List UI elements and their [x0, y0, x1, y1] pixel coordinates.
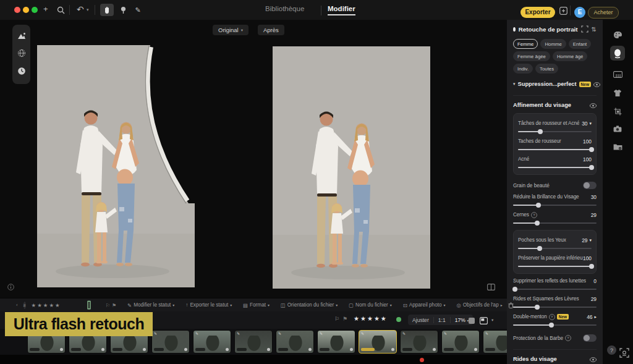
chip-indiv[interactable]: Indiv.	[513, 64, 533, 74]
menu-modifier-statut[interactable]: ✎Modifier le statut▾	[127, 302, 174, 308]
flag-filter-icons[interactable]: ⚐ ⚑	[106, 302, 117, 308]
slider-thumb[interactable]	[549, 323, 554, 328]
minimize-window-button[interactable]	[23, 7, 29, 13]
filmstrip-thumb[interactable]: ✎	[276, 330, 314, 353]
slider-acne[interactable]: Acné 100	[518, 156, 592, 170]
add-icon[interactable]: +	[43, 4, 48, 14]
visibility-eye-icon[interactable]	[590, 353, 597, 364]
search-icon[interactable]	[57, 6, 65, 17]
filmstrip-thumb[interactable]: ✎	[400, 330, 438, 353]
slider-taches-rousseur-acne[interactable]: Tâches de rousseur et Acné 30▾	[518, 120, 592, 134]
menu-objectifs[interactable]: ◎Objectifs de l'ap▸	[457, 302, 503, 308]
filmstrip-thumb[interactable]: ✎	[359, 330, 397, 353]
protection-barbe-switch[interactable]	[583, 334, 597, 342]
slider-track[interactable]	[518, 129, 592, 134]
slider-preserver-paupiere[interactable]: Préserver la paupière inférieure 100	[518, 255, 592, 269]
slider-track[interactable]	[513, 323, 597, 328]
filmstrip-thumb[interactable]: ✎	[317, 330, 355, 353]
tool-section-title[interactable]: Suppression...perfect	[518, 81, 577, 87]
slider-thumb[interactable]	[536, 203, 541, 208]
slider-track[interactable]	[513, 305, 597, 310]
retouch-tool-button[interactable]	[116, 4, 130, 16]
filmstrip-thumb[interactable]: ✎	[151, 330, 190, 353]
help-button[interactable]: ?	[607, 345, 616, 355]
slider-thumb[interactable]	[512, 287, 517, 292]
close-window-button[interactable]	[14, 7, 20, 13]
visibility-eye-icon[interactable]	[590, 99, 597, 111]
folder-settings-icon[interactable]	[610, 139, 625, 154]
chip-homme-age[interactable]: Homme âgé	[553, 51, 587, 61]
flag-outline-icon[interactable]: ⚐	[106, 302, 110, 308]
original-dropdown[interactable]: Original ▾	[213, 25, 249, 35]
menu-appareil-photo[interactable]: ⊡Appareil photo▾	[403, 302, 446, 308]
flag-filled-icon[interactable]: ⚑	[112, 302, 116, 308]
photo-star-rating[interactable]: ★★★★★	[354, 315, 388, 322]
info-icon[interactable]	[7, 282, 14, 293]
presets-keys-icon[interactable]	[610, 67, 625, 82]
slider-taches-rousseur[interactable]: Taches de rousseur 100	[518, 138, 592, 152]
undo-icon[interactable]: ↶	[77, 4, 84, 14]
slider-track[interactable]	[513, 287, 597, 292]
tab-bibliotheque[interactable]: Bibliothèque	[265, 5, 304, 12]
flag-outline-icon[interactable]: ⚐	[334, 316, 339, 322]
filmstrip-thumb[interactable]: ✎	[441, 330, 480, 353]
slider-thumb[interactable]	[589, 147, 594, 152]
menu-orientation-fichier[interactable]: ◫Orientation du fichier▾	[281, 302, 338, 308]
slider-track[interactable]	[518, 147, 592, 152]
filmstrip-thumb[interactable]: ✎	[483, 330, 507, 353]
slider-track[interactable]	[513, 221, 597, 226]
undo-menu-caret[interactable]: ▾	[87, 7, 89, 12]
flag-filled-icon[interactable]: ⚑	[342, 316, 347, 322]
star-rating-filter[interactable]: ★★★★★	[32, 302, 61, 308]
ratio-button[interactable]: 1:1	[434, 317, 451, 323]
slider-reduire-brillance[interactable]: Réduire la Brillance du Visage 30	[513, 193, 597, 208]
zoom-window-button[interactable]	[32, 7, 38, 13]
menu-format[interactable]: ▤Format▾	[243, 302, 270, 308]
side-panel-icon[interactable]	[559, 6, 567, 17]
chip-femme-agee[interactable]: Femme âgée	[513, 51, 550, 61]
face-detect-icon[interactable]	[581, 24, 588, 35]
palette-icon[interactable]	[610, 27, 625, 42]
slider-cernes[interactable]: Cernes ? 29	[513, 211, 597, 226]
expand-caret-icon[interactable]: ▾	[589, 238, 592, 243]
rating-filter-icon[interactable]: ≥	[23, 302, 26, 309]
slider-rides-squames-levres[interactable]: Rides et Squames des Lèvres 29	[513, 295, 597, 310]
crop-tool-icon[interactable]	[610, 104, 625, 119]
tab-modifier[interactable]: Modifier	[328, 5, 355, 15]
expand-caret-icon[interactable]: ▾	[589, 121, 592, 126]
slider-thumb[interactable]	[535, 221, 540, 226]
adjustments-icon[interactable]	[17, 31, 26, 42]
collapse-caret-icon[interactable]: ▾	[513, 82, 516, 87]
after-button[interactable]: Après	[258, 25, 284, 35]
photo-after[interactable]	[269, 45, 427, 287]
buy-button[interactable]: Acheter	[588, 7, 619, 19]
slider-track[interactable]	[518, 246, 592, 251]
split-view-icon[interactable]	[487, 282, 495, 293]
chip-femme[interactable]: Femme	[513, 39, 538, 49]
sync-arrows-icon[interactable]: ⇅	[592, 26, 597, 33]
grain-de-beaute-switch[interactable]	[583, 182, 597, 189]
view-caret-icon[interactable]: ▾	[491, 318, 493, 323]
chip-enfant[interactable]: Enfant	[569, 39, 592, 49]
slider-track[interactable]	[518, 264, 592, 269]
menu-exporter-statut[interactable]: ↑Exporter le statut▾	[185, 302, 232, 308]
fit-button[interactable]: Ajuster	[408, 317, 434, 323]
history-clock-icon[interactable]	[17, 67, 26, 78]
slider-thumb[interactable]	[589, 264, 594, 269]
chip-toutes[interactable]: Toutes	[535, 64, 558, 74]
filmstrip-thumb[interactable]: ✎	[193, 330, 231, 353]
single-view-icon[interactable]	[468, 316, 475, 327]
slider-reflets-lunettes[interactable]: Supprimer les reflets des lunettes 0	[513, 277, 597, 292]
expand-caret-icon[interactable]: ▸	[594, 315, 597, 320]
slider-poches-sous-les-yeux[interactable]: Poches sous les Yeux 29▾	[518, 237, 592, 251]
avatar[interactable]: E	[574, 7, 585, 18]
ai-sphere-icon[interactable]	[17, 49, 26, 60]
photo-before[interactable]	[37, 45, 195, 287]
chip-homme[interactable]: Homme	[540, 39, 566, 49]
hand-tool-button[interactable]	[100, 4, 114, 16]
slider-thumb[interactable]	[589, 165, 594, 170]
slider-thumb[interactable]	[537, 246, 542, 251]
collapse-chevron-icon[interactable]: ‹	[16, 302, 18, 308]
slider-track[interactable]	[513, 203, 597, 208]
filmstrip-view-icon[interactable]	[480, 316, 488, 327]
